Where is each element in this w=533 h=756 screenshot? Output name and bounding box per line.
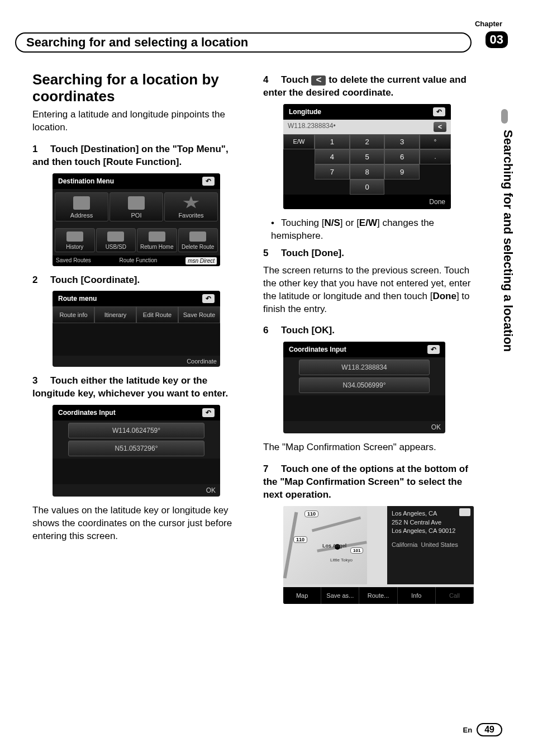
destination-menu-screenshot: Destination Menu ↶ Address POI Favorites… (53, 173, 220, 266)
route-menu-screenshot: Route menu ↶ Route info Itinerary Edit R… (53, 291, 220, 367)
side-vertical-title: Searching for and selecting a location (501, 130, 515, 352)
route-menu-title: Route menu (58, 295, 97, 303)
back-icon[interactable] (459, 508, 470, 516)
dest-saved-routes[interactable]: Saved Routes (56, 257, 91, 264)
dest-poi[interactable]: POI (110, 192, 163, 221)
header-bar: Searching for and selecting a location (15, 32, 472, 53)
coordinate-button[interactable]: Coordinate (187, 358, 217, 365)
side-accent (501, 109, 508, 124)
latitude-key[interactable]: N51.0537296° (68, 441, 204, 456)
map-confirm-paragraph: The "Map Confirmation Screen" appears. (263, 441, 474, 454)
step-2-text: Touch [Coordinate]. (50, 275, 140, 285)
dest-address[interactable]: Address (55, 192, 108, 221)
header-title: Searching for and selecting a location (26, 35, 248, 50)
step-3: 3Touch either the latitude key or the lo… (32, 375, 243, 400)
step-5: 5Touch [Done]. (263, 247, 474, 260)
back-icon[interactable]: ↶ (427, 345, 440, 354)
ok-button[interactable]: OK (206, 486, 216, 494)
chapter-label: Chapter (475, 20, 502, 28)
key-6[interactable]: 6 (384, 149, 420, 164)
latitude-key-2[interactable]: N34.0506999° (299, 377, 430, 393)
step-5-body: The screen returns to the previous scree… (263, 264, 474, 316)
key-9[interactable]: 9 (384, 164, 420, 179)
back-icon[interactable]: ↶ (202, 408, 215, 417)
map-addr-line1: Los Angeles, CA (392, 509, 469, 518)
call-button[interactable]: Call (436, 587, 474, 604)
right-column: 4Touch < to delete the current value and… (263, 72, 474, 612)
dest-route-function[interactable]: Route Function (120, 257, 158, 264)
edit-route-button[interactable]: Edit Route (136, 306, 178, 323)
step-7: 7Touch one of the options at the bottom … (263, 463, 474, 502)
key-7[interactable]: 7 (315, 164, 350, 179)
step-5-text: Touch [Done]. (281, 248, 344, 258)
route-button[interactable]: Route... (359, 587, 397, 604)
route-badge-101: 101 (350, 547, 363, 554)
step-6: 6Touch [OK]. (263, 324, 474, 337)
step-6-text: Touch [OK]. (281, 325, 335, 336)
map-addr-line2: 252 N Central Ave (392, 518, 469, 527)
chapter-number-badge: 03 (486, 31, 508, 48)
intro-paragraph: Entering a latitude and longitude pinpoi… (32, 108, 243, 134)
coordinates-input-screenshot-1: Coordinates Input ↶ W114.0624759° N51.05… (53, 405, 220, 497)
map-addr-line3: Los Angeles, CA 90012 (392, 527, 469, 535)
key-5[interactable]: 5 (350, 149, 385, 164)
longitude-title: Longitude (289, 108, 321, 116)
dest-favorites[interactable]: Favorites (164, 192, 218, 221)
done-button[interactable]: Done (429, 198, 445, 206)
step-4: 4Touch < to delete the current value and… (263, 74, 474, 100)
step-7-text: Touch one of the options at the bottom o… (263, 464, 468, 500)
coord-explain-paragraph: The values on the latitude key or longit… (32, 504, 243, 543)
longitude-display-value: W118.2388834• (288, 122, 336, 132)
map-button[interactable]: Map (283, 587, 321, 604)
key-8[interactable]: 8 (350, 164, 385, 179)
page-number: 49 (477, 723, 502, 736)
dest-delete-route[interactable]: Delete Route (178, 228, 218, 252)
route-badge-110a: 110 (304, 511, 318, 517)
back-icon[interactable]: ↶ (202, 177, 215, 186)
map-confirmation-screenshot: 110 110 101 Los Angel Little Tokyo Los A… (283, 506, 474, 604)
ew-toggle[interactable]: E/W (283, 134, 315, 149)
info-button[interactable]: Info (398, 587, 436, 604)
route-badge-110b: 110 (293, 536, 307, 543)
map-country: United States (421, 541, 458, 548)
key-degree[interactable]: ° (420, 134, 451, 149)
save-route-button[interactable]: Save Route (178, 306, 220, 323)
saveas-button[interactable]: Save as... (321, 587, 359, 604)
step-4-text-a: Touch (281, 74, 309, 85)
coordinates-input-title: Coordinates Input (58, 409, 116, 417)
key-4[interactable]: 4 (315, 149, 350, 164)
step-1: 1Touch [Destination] on the "Top Menu", … (32, 143, 243, 169)
footer-language: En (463, 726, 473, 734)
dest-history[interactable]: History (55, 228, 95, 252)
coordinates-input-screenshot-2: Coordinates Input ↶ W118.2388834 N34.050… (283, 342, 445, 433)
key-2[interactable]: 2 (350, 134, 385, 149)
step-3-text: Touch either the latitude key or the lon… (32, 375, 228, 399)
section-heading: Searching for a location by coordinates (32, 72, 243, 105)
delete-button[interactable]: < (434, 122, 446, 132)
key-1[interactable]: 1 (315, 134, 350, 149)
longitude-key-2[interactable]: W118.2388834 (299, 360, 430, 375)
map-label-littletokyo: Little Tokyo (330, 557, 353, 563)
dest-return-home[interactable]: Return Home (137, 228, 177, 252)
longitude-key[interactable]: W114.0624759° (68, 423, 204, 438)
step-2: 2Touch [Coordinate]. (32, 274, 243, 287)
coordinates-input-title: Coordinates Input (289, 346, 346, 353)
map-info-panel: Los Angeles, CA 252 N Central Ave Los An… (387, 506, 474, 584)
dest-usbsd[interactable]: USB/SD (96, 228, 136, 252)
itinerary-button[interactable]: Itinerary (94, 306, 136, 323)
longitude-keypad-screenshot: Longitude ↶ W118.2388834• < E/W 1 2 3 ° … (283, 104, 451, 209)
ok-button[interactable]: OK (431, 423, 441, 431)
back-icon[interactable]: ↶ (433, 107, 445, 116)
step-1-text: Touch [Destination] on the "Top Menu", a… (32, 144, 229, 167)
map-area[interactable]: 110 110 101 Los Angel Little Tokyo (283, 506, 367, 584)
delete-icon: < (311, 75, 326, 86)
left-column: Searching for a location by coordinates … (32, 72, 243, 612)
key-dot[interactable]: . (420, 149, 451, 164)
map-label-losangeles: Los Angel (322, 543, 346, 549)
hemisphere-note: •Touching [N/S] or [E/W] changes the hem… (271, 217, 474, 243)
key-0[interactable]: 0 (350, 179, 385, 195)
route-info-button[interactable]: Route info (53, 306, 94, 323)
back-icon[interactable]: ↶ (202, 294, 215, 303)
map-state: California (392, 541, 417, 548)
key-3[interactable]: 3 (384, 134, 420, 149)
